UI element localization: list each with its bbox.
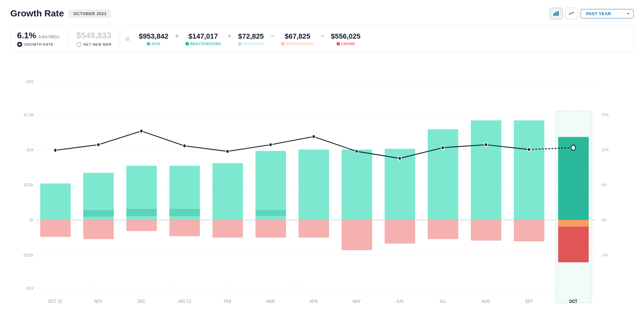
dot-jun [398, 156, 401, 160]
x-label-mar: MAR [266, 299, 275, 304]
downgrades-value: $67,825 [285, 32, 311, 41]
y-label-0pct: 0% [601, 218, 607, 222]
downgrades-dot [281, 42, 284, 45]
churn-label-row: CHURN [337, 42, 355, 46]
dot-jul [441, 146, 445, 149]
x-label-nov: NOV [94, 299, 102, 304]
line-chart-button[interactable] [565, 8, 578, 19]
downgrades-label-row: DOWNGRADES [281, 42, 314, 46]
growth-rate-value-row: 6.1% 9.6% PROJ [17, 31, 61, 41]
net-new-mrr-label-row: NET NEW MRR [76, 42, 112, 47]
downgrades-label: DOWNGRADES [286, 42, 314, 46]
growth-rate-label-row: GROWTH RATE [17, 42, 61, 47]
new-formula-part: $953,842 NEW [135, 32, 172, 46]
minus-sign-1: − [268, 31, 277, 40]
header-right: PAST YEAR PAST 6 MONTHS PAST 3 MONTHS YE… [550, 8, 634, 19]
dot-aug [484, 143, 487, 146]
growth-rate-label: GROWTH RATE [24, 42, 53, 46]
new-label: NEW [151, 42, 160, 46]
new-value: $953,842 [139, 32, 168, 41]
plus-sign-2: + [225, 31, 234, 40]
minus-sign-2: − [318, 31, 327, 40]
bar-nov-react [83, 210, 114, 217]
bar-dec-neg [126, 220, 157, 231]
bar-chart-icon [553, 11, 559, 16]
bar-aug-neg [471, 220, 501, 240]
bar-sep-neg [514, 220, 544, 241]
net-new-mrr-label: NET NEW MRR [83, 42, 112, 46]
page: Growth Rate OCTOBER 2023 PAST YEAR PAST [0, 0, 644, 318]
dot-apr [312, 135, 315, 138]
page-title: Growth Rate [10, 8, 64, 19]
x-label-apr: APR [310, 299, 318, 304]
bar-feb-pos [212, 163, 243, 220]
net-new-mrr-radio[interactable] [76, 42, 82, 47]
churn-dot [337, 42, 340, 45]
net-new-mrr-metric: $549,833 NET NEW MRR [69, 31, 120, 47]
x-label-jun: JUN [396, 299, 403, 304]
new-label-row: NEW [147, 42, 160, 46]
y-label-10pct: 10% [601, 148, 609, 153]
y-label-500k: $500k [24, 182, 34, 187]
y-label-neg500k: -$500k [23, 253, 34, 257]
y-label-neg5pct: -5% [601, 253, 608, 257]
bar-mar-neg [255, 220, 286, 238]
svg-rect-0 [553, 13, 555, 16]
new-dot [147, 42, 150, 45]
bar-nov-neg [83, 220, 114, 239]
dot-oct22 [54, 148, 57, 152]
x-label-jan: JAN '23 [178, 299, 191, 304]
bar-oct-downgrade [558, 220, 589, 227]
upgrades-label-row: UPGRADES [238, 42, 264, 46]
x-label-may: MAY [353, 299, 361, 304]
x-label-dec: DEC [137, 299, 145, 304]
y-label-5pct: 5% [601, 182, 607, 187]
header-left: Growth Rate OCTOBER 2023 [10, 8, 111, 19]
plus-sign-1: + [172, 31, 182, 40]
x-label-feb: FEB [224, 299, 231, 304]
bar-oct22-pos [40, 183, 71, 220]
main-chart-svg: $2M $1.5M $1M $500k $0 -$500k -$1M 15% 1… [10, 60, 634, 310]
x-label-sep: SEP [525, 299, 533, 304]
bar-jan-neg [169, 220, 200, 236]
x-label-oct: OCT [569, 299, 577, 304]
period-select[interactable]: PAST YEAR PAST 6 MONTHS PAST 3 MONTHS YE… [581, 9, 634, 18]
upgrades-formula-part: $72,825 UPGRADES [234, 32, 268, 46]
y-label-1-5m: $1.5M [24, 113, 33, 117]
chart-container: $2M $1.5M $1M $500k $0 -$500k -$1M 15% 1… [10, 60, 634, 310]
bar-dec-react [126, 209, 157, 216]
reactivations-dot [186, 42, 189, 45]
bar-may-pos [341, 150, 372, 220]
metrics-bar: 6.1% 9.6% PROJ GROWTH RATE $549,833 NET … [10, 26, 634, 52]
bar-jan-react [169, 209, 200, 216]
reactivations-label: REACTIVATIONS [190, 42, 221, 46]
period-select-wrapper: PAST YEAR PAST 6 MONTHS PAST 3 MONTHS YE… [581, 9, 634, 18]
dot-mar [269, 143, 272, 146]
upgrades-value: $72,825 [238, 32, 264, 41]
bar-jul-pos [428, 129, 458, 220]
svg-rect-1 [555, 12, 557, 16]
bar-jun-neg [385, 220, 415, 243]
reactivations-value: $147,017 [188, 32, 218, 41]
net-new-mrr-value: $549,833 [76, 31, 112, 41]
bar-mar-react [255, 210, 286, 216]
bar-aug-pos [471, 120, 501, 220]
y-label-2m: $2M [26, 80, 33, 84]
upgrades-label: UPGRADES [243, 42, 264, 46]
growth-rate-proj: 9.6% PROJ [39, 35, 59, 39]
x-label-jul: JUL [439, 299, 446, 304]
reactivations-label-row: REACTIVATIONS [186, 42, 221, 46]
dot-jan [183, 144, 186, 147]
month-badge: OCTOBER 2023 [69, 10, 111, 18]
bar-chart-button[interactable] [550, 8, 562, 19]
churn-label: CHURN [341, 42, 355, 46]
y-label-1m: $1M [26, 148, 33, 153]
svg-rect-2 [557, 11, 559, 16]
y-label-0: $0 [30, 218, 34, 222]
bar-feb-neg [212, 220, 243, 238]
equals-sign: = [120, 34, 135, 43]
dot-dec [140, 129, 143, 133]
dot-oct [571, 145, 576, 150]
growth-rate-radio[interactable] [17, 42, 22, 47]
x-label-aug: AUG [482, 299, 490, 304]
